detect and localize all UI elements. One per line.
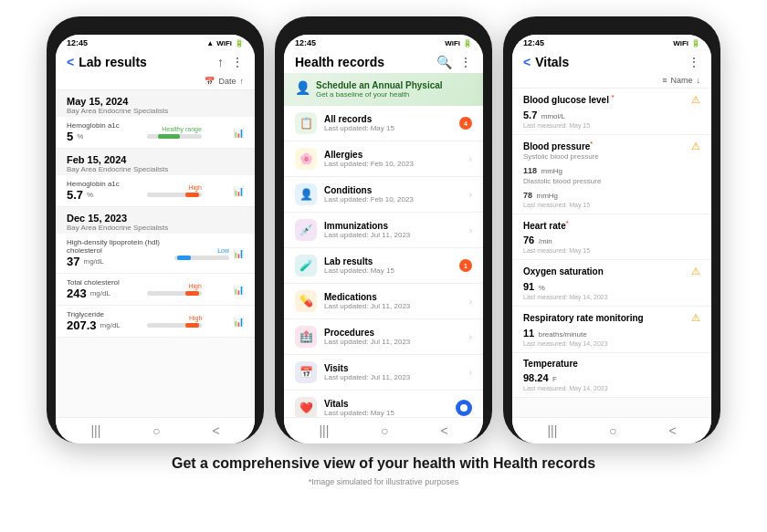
record-name-4: Lab results (324, 256, 452, 266)
record-item-4[interactable]: 🧪 Lab results Last updated: May 15 1 (284, 248, 483, 284)
phone-nav-3: ||| ○ < (512, 417, 711, 443)
filter-name-icon: ≡ (662, 76, 667, 85)
menu-icon-3[interactable]: ⋮ (688, 55, 700, 69)
menu-icon-2[interactable]: ⋮ (459, 55, 472, 69)
lab-date-2: Feb 15, 2024 (67, 154, 244, 165)
record-item-8[interactable]: ❤️ Vitals Last updated: May 15 (284, 391, 483, 417)
record-arrow-1: › (469, 154, 472, 164)
lab-range-3: Low (174, 247, 229, 260)
lab-content: May 15, 2024 Bay Area Endocrine Speciali… (56, 90, 255, 417)
bp-dia-label: Diastolic blood pressure (523, 177, 700, 185)
app-header-2: Health records 🔍 ⋮ (284, 49, 483, 73)
vital-value-glucose: 5.7 (523, 110, 537, 120)
lab-unit-1: % (77, 132, 83, 141)
nav-back-2[interactable]: < (440, 423, 447, 438)
filter-bar-1[interactable]: 📅 Date ↑ (56, 73, 255, 90)
lab-item-3[interactable]: High-density lipoprotein (hdl) cholester… (56, 234, 255, 274)
vital-date-hr: Last measured: May 15 (523, 247, 700, 254)
lab-unit-5: mg/dL (100, 321, 121, 329)
search-icon-2[interactable]: 🔍 (436, 55, 452, 69)
phone-notch-2 (356, 26, 411, 31)
nav-back-3[interactable]: < (668, 423, 676, 438)
status-icons-2: WiFi 🔋 (445, 39, 472, 47)
filter-label: Date (218, 77, 236, 86)
phone-lab-results: 12:45 ▲ WiFi 🔋 < Lab results ↑ ⋮ (47, 16, 264, 443)
record-icon-5: 💊 (295, 290, 317, 312)
chart-icon-2: 📊 (233, 186, 244, 196)
vital-alert-bp: ⚠ (691, 141, 700, 152)
nav-menu-3[interactable]: ||| (547, 423, 557, 438)
menu-icon-1[interactable]: ⋮ (231, 55, 244, 69)
nav-home-3[interactable]: ○ (609, 423, 616, 438)
vitals-filter-bar[interactable]: ≡ Name ↓ (512, 73, 711, 89)
range-bar-1 (147, 134, 202, 139)
nav-menu-1[interactable]: ||| (90, 423, 100, 438)
phone-nav-2: ||| ○ < (284, 417, 483, 443)
header-icons-3: ⋮ (688, 55, 700, 69)
record-item-3[interactable]: 💉 Immunizations Last updated: Jul 11, 20… (284, 213, 483, 248)
header-title-2: Health records (295, 55, 384, 69)
vitals-content: Blood glucose level * ⚠ 5.7 mmol/L Last … (512, 89, 711, 417)
range-bar-3 (174, 256, 229, 260)
lab-item-2[interactable]: Hemoglobin a1c 5.7 % High (56, 175, 255, 207)
lab-value-3: 37 (67, 255, 79, 268)
lab-item-info-4: Total cholesterol 243 mg/dL (67, 278, 120, 300)
record-text-6: Procedures Last updated: Jul 11, 2023 (324, 328, 462, 346)
range-fill-orange-5 (185, 323, 199, 328)
record-item-5[interactable]: 💊 Medications Last updated: Jul 11, 2023… (284, 284, 483, 319)
bottom-text: Get a comprehensive view of your health … (153, 454, 614, 486)
lab-item-1[interactable]: Hemoglobin a1c 5 % Healthy range (56, 117, 255, 149)
range-fill-green-1 (158, 134, 180, 139)
nav-menu-2[interactable]: ||| (319, 423, 329, 438)
lab-item-info-5: Triglyceride 207.3 mg/dL (67, 310, 121, 332)
lab-item-5[interactable]: Triglyceride 207.3 mg/dL High (56, 306, 255, 338)
vital-name-hr: Heart rate* (523, 220, 568, 231)
bp-sys-unit: mmHg (541, 167, 562, 175)
status-bar-2: 12:45 WiFi 🔋 (284, 35, 483, 49)
vital-oxygen[interactable]: Oxygen saturation ⚠ 91 % Last measured: … (512, 260, 711, 307)
back-button-3[interactable]: < (523, 55, 531, 69)
sort-icon-1[interactable]: ↑ (217, 55, 224, 69)
lab-value-row-2: 5.7 % (67, 188, 120, 202)
chart-icon-5: 📊 (233, 317, 244, 327)
health-records-content: 📋 All records Last updated: May 15 4 🌸 A… (284, 106, 483, 417)
lab-value-row-5: 207.3 mg/dL (67, 318, 121, 332)
vitals-active-dot (456, 400, 472, 416)
time-2: 12:45 (295, 38, 316, 47)
range-bar-4 (147, 291, 202, 296)
record-item-6[interactable]: 🏥 Procedures Last updated: Jul 11, 2023 … (284, 319, 483, 355)
record-item-0[interactable]: 📋 All records Last updated: May 15 4 (284, 106, 483, 141)
filter-name-label: Name (670, 76, 692, 85)
back-button-1[interactable]: < (67, 55, 74, 69)
phone-nav-1: ||| ○ < (56, 417, 255, 443)
lab-unit-2: % (87, 191, 93, 199)
nav-home-2[interactable]: ○ (381, 423, 388, 438)
banner-title: Schedule an Annual Physical (316, 80, 443, 90)
lab-provider-1: Bay Area Endocrine Specialists (67, 107, 244, 115)
nav-home-1[interactable]: ○ (152, 423, 160, 438)
record-date-3: Last updated: Jul 11, 2023 (324, 231, 462, 239)
record-item-7[interactable]: 📅 Visits Last updated: Jul 11, 2023 › (284, 355, 483, 391)
vital-respiratory[interactable]: Respiratory rate monitoring ⚠ 11 breaths… (512, 307, 711, 353)
record-item-2[interactable]: 👤 Conditions Last updated: Feb 10, 2023 … (284, 177, 483, 213)
lab-item-4[interactable]: Total cholesterol 243 mg/dL High (56, 274, 255, 306)
vital-blood-pressure[interactable]: Blood pressure* ⚠ Systolic blood pressur… (512, 135, 711, 214)
app-header-1: < Lab results ↑ ⋮ (56, 49, 255, 73)
range-label-1: Healthy range (162, 126, 202, 132)
bp-dia-value: 78 (523, 191, 532, 200)
nav-back-1[interactable]: < (212, 423, 219, 438)
record-text-8: Vitals Last updated: May 15 (324, 399, 448, 417)
app-header-3: < Vitals ⋮ (512, 49, 711, 73)
vital-name-glucose: Blood glucose level * (523, 94, 614, 105)
banner-icon: 👤 (295, 80, 310, 95)
lab-item-name-4: Total cholesterol (67, 278, 120, 287)
vital-temperature[interactable]: Temperature 98.24 F Last measured: May 1… (512, 353, 711, 398)
record-item-1[interactable]: 🌸 Allergies Last updated: Feb 10, 2023 › (284, 141, 483, 177)
vital-date-bp: Last measured: May 15 (523, 202, 700, 208)
record-text-1: Allergies Last updated: Feb 10, 2023 (324, 150, 462, 168)
vital-blood-glucose[interactable]: Blood glucose level * ⚠ 5.7 mmol/L Last … (512, 89, 711, 135)
phone-screen-2: 12:45 WiFi 🔋 Health records 🔍 ⋮ (284, 35, 483, 443)
record-badge-0: 4 (459, 117, 472, 130)
lab-item-name-5: Triglyceride (67, 310, 121, 318)
vital-heart-rate[interactable]: Heart rate* 76 /min Last measured: May 1… (512, 214, 711, 260)
